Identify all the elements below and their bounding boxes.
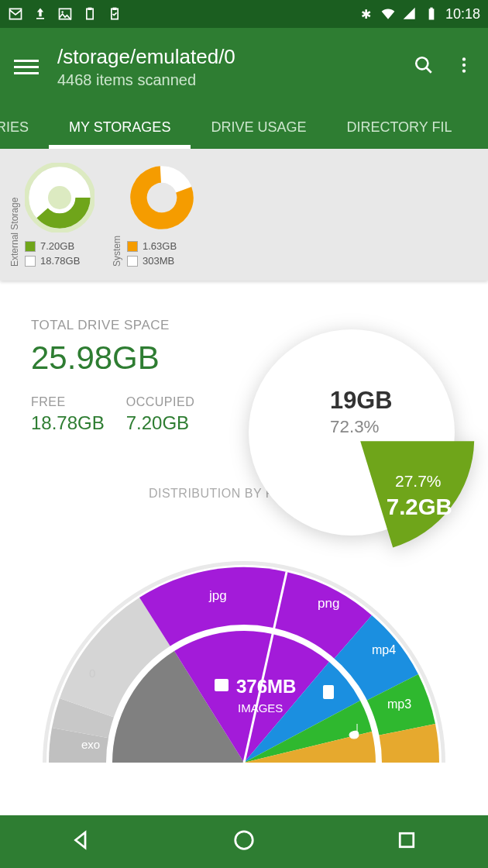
recent-button[interactable] bbox=[395, 828, 418, 855]
distribution-chart[interactable]: exo 0 jpg png mp4 mp3 376MB IMAGES bbox=[27, 530, 461, 763]
search-icon[interactable] bbox=[414, 55, 434, 78]
center-size: 376MB bbox=[236, 676, 296, 697]
slice-label: png bbox=[318, 596, 339, 611]
center-category: IMAGES bbox=[238, 701, 283, 715]
free-label: FREE bbox=[31, 395, 105, 409]
storage-card-system[interactable]: System 1.63GB 303MB bbox=[112, 163, 197, 267]
pie-occ-size: 7.2GB bbox=[387, 494, 452, 519]
svg-rect-4 bbox=[113, 8, 117, 10]
legend-total: 18.78GB bbox=[40, 255, 80, 267]
overflow-icon[interactable] bbox=[454, 55, 474, 78]
app-bar: /storage/emulated/0 4468 items scanned bbox=[0, 28, 488, 105]
svg-point-7 bbox=[416, 57, 428, 69]
signal-icon bbox=[402, 6, 418, 22]
drive-pie[interactable]: 19GB 72.3% 27.7% 7.2GB bbox=[243, 324, 460, 541]
page-title: /storage/emulated/0 bbox=[57, 45, 235, 69]
svg-rect-25 bbox=[400, 833, 414, 847]
slice-label: 0 bbox=[89, 666, 95, 680]
legend-total: 303MB bbox=[143, 255, 174, 267]
page-subtitle: 4468 items scanned bbox=[57, 71, 235, 89]
image-icon bbox=[215, 679, 229, 691]
donut-external bbox=[25, 163, 95, 232]
storage-label: System bbox=[112, 163, 122, 267]
status-bar: ✱ 10:18 bbox=[0, 0, 488, 28]
storages-strip: External Storage 7.20GB 18.78GB System bbox=[0, 149, 488, 281]
tab-categories[interactable]: ORIES bbox=[0, 105, 49, 149]
battery-icon bbox=[424, 6, 439, 22]
home-button[interactable] bbox=[232, 828, 256, 855]
svg-line-8 bbox=[426, 67, 431, 73]
svg-point-11 bbox=[462, 69, 466, 72]
tab-directory[interactable]: DIRECTORY FIL bbox=[326, 105, 472, 149]
svg-point-16 bbox=[48, 186, 71, 209]
slice-label: mp4 bbox=[372, 643, 396, 656]
svg-rect-0 bbox=[36, 18, 44, 19]
svg-point-10 bbox=[462, 64, 466, 67]
svg-point-2 bbox=[61, 11, 64, 13]
free-value: 18.78GB bbox=[31, 412, 105, 434]
slice-label: mp3 bbox=[387, 698, 411, 711]
back-button[interactable] bbox=[70, 828, 93, 855]
video-icon bbox=[323, 685, 334, 699]
storage-card-external[interactable]: External Storage 7.20GB 18.78GB bbox=[9, 163, 95, 267]
clipboard-icon bbox=[82, 6, 98, 22]
wifi-icon bbox=[380, 6, 396, 22]
slice-label: jpg bbox=[208, 588, 227, 603]
svg-rect-6 bbox=[430, 8, 432, 9]
storage-label: External Storage bbox=[9, 163, 20, 267]
nav-bar bbox=[0, 815, 488, 868]
clipboard-check-icon bbox=[107, 6, 122, 22]
tab-drive-usage[interactable]: DRIVE USAGE bbox=[191, 105, 326, 149]
upload-icon bbox=[33, 6, 48, 22]
image-icon bbox=[57, 6, 73, 22]
occupied-value: 7.20GB bbox=[126, 412, 194, 434]
tabs-bar: ORIES MY STORAGES DRIVE USAGE DIRECTORY … bbox=[0, 105, 488, 149]
pie-occ-pct: 27.7% bbox=[395, 472, 442, 490]
menu-icon[interactable] bbox=[14, 54, 39, 79]
svg-point-24 bbox=[235, 832, 253, 849]
bluetooth-icon: ✱ bbox=[359, 6, 374, 22]
tab-my-storages[interactable]: MY STORAGES bbox=[49, 105, 191, 149]
legend-used: 1.63GB bbox=[143, 240, 177, 252]
svg-point-9 bbox=[462, 57, 466, 60]
donut-system bbox=[127, 163, 197, 232]
slice-label: exo bbox=[81, 738, 100, 751]
clock: 10:18 bbox=[445, 6, 480, 22]
occupied-label: OCCUPIED bbox=[126, 395, 194, 409]
pie-free-pct: 72.3% bbox=[330, 417, 380, 436]
pie-free-size: 19GB bbox=[330, 387, 392, 414]
svg-rect-3 bbox=[88, 8, 92, 10]
mail-icon bbox=[8, 6, 23, 22]
svg-rect-5 bbox=[429, 9, 435, 19]
legend-used: 7.20GB bbox=[40, 240, 74, 252]
